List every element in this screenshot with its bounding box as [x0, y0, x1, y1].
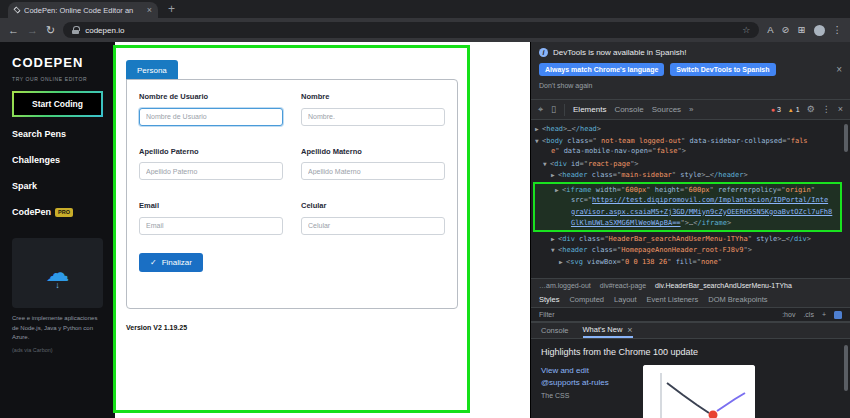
translate-icon[interactable]: A	[767, 25, 773, 35]
tab-event-listeners[interactable]: Event Listeners	[647, 295, 699, 304]
twisty-icon[interactable]: ▶	[555, 184, 562, 196]
tab-styles[interactable]: Styles	[539, 295, 559, 304]
devtools-menu-icon[interactable]: ⋮	[822, 105, 831, 114]
twisty-icon[interactable]: ▼	[543, 158, 550, 170]
twisty-icon[interactable]: ▶	[559, 256, 566, 268]
crumb-headerbar[interactable]: div.HeaderBar_searchAndUserMenu-1TYha	[655, 282, 792, 289]
codepen-favicon-icon	[13, 6, 20, 13]
error-badge[interactable]: ● 3	[771, 106, 781, 113]
crumb-body[interactable]: …am.logged-out	[539, 282, 591, 289]
toggle-cls-button[interactable]: .cls	[803, 311, 814, 318]
tab-sources[interactable]: Sources	[652, 105, 681, 114]
code-line[interactable]: ▼<body class=" not-team logged-out" data…	[531, 135, 850, 147]
elements-scrollbar[interactable]	[844, 124, 848, 152]
celular-input[interactable]	[301, 217, 445, 235]
twisty-icon[interactable]: ▶	[535, 123, 542, 135]
code-line[interactable]: graVisor.aspx.csaiaM5+Zj3GD/MMiyn9cZyOEE…	[535, 207, 840, 219]
warning-badge[interactable]: ▲ 1	[788, 106, 800, 113]
browser-tab[interactable]: CodePen: Online Code Editor an ×	[8, 2, 158, 18]
azure-ad[interactable]: ☁ ↓	[12, 238, 103, 308]
sidebar-item-challenges[interactable]: Challenges	[0, 147, 115, 173]
forward-icon[interactable]: →	[27, 25, 38, 36]
new-style-rule-icon[interactable]: +	[822, 311, 826, 318]
sidebar-item-search-pens[interactable]: Search Pens	[0, 121, 115, 147]
drawer-scrollbar[interactable]	[844, 345, 848, 391]
lock-icon[interactable]	[72, 26, 79, 34]
tab-close-icon[interactable]: ×	[147, 6, 152, 15]
address-bar[interactable]: codepen.io ☆	[63, 22, 759, 38]
inspect-element-icon[interactable]: ⌖	[538, 105, 543, 114]
code-line[interactable]: ▶<header class="main-sidebar" style>…</h…	[531, 169, 850, 181]
match-language-button[interactable]: Always match Chrome's language	[539, 63, 664, 76]
code-line[interactable]: e" data-mobile-nav-open="false">	[531, 146, 850, 158]
more-tabs-icon[interactable]: »	[689, 105, 693, 114]
devtools-close-icon[interactable]: ×	[838, 105, 843, 114]
browser-menu-icon[interactable]: ⋮	[833, 25, 843, 35]
field-celular: Celular	[301, 201, 445, 235]
eye-off-icon[interactable]: ⊘	[782, 25, 790, 35]
sidebar-item-codepen-pro[interactable]: CodePen PRO	[0, 199, 115, 225]
whats-new-close-icon[interactable]: ×	[627, 325, 632, 335]
infobar-close-icon[interactable]: ×	[836, 64, 842, 75]
tab-elements[interactable]: Elements	[573, 105, 606, 114]
new-tab-button[interactable]: +	[168, 2, 175, 16]
whats-new-item-desc: The CSS	[541, 392, 629, 399]
field-apellido-materno: Apellido Materno	[301, 147, 445, 181]
ad-attribution[interactable]: (ads via Carbon)	[12, 347, 103, 353]
elements-tree[interactable]: ▶<head>…</head>▼<body class=" not-team l…	[531, 120, 850, 278]
start-coding-button[interactable]: Start Coding	[12, 91, 103, 117]
tab-layout[interactable]: Layout	[614, 295, 637, 304]
tab-dom-breakpoints[interactable]: DOM Breakpoints	[708, 295, 767, 304]
codepen-page: CODEPEN TRY OUR ONLINE EDITOR Start Codi…	[0, 42, 530, 418]
code-line[interactable]: GlKlmUWLaSXMG6MlWeoWApBA==">…</iframe>	[535, 218, 840, 230]
dont-show-again-link[interactable]: Don't show again	[539, 82, 842, 89]
whats-new-item-link[interactable]: View and edit @supports at-rules	[541, 365, 629, 388]
drawer-tab-whats-new[interactable]: What's New ×	[583, 323, 633, 338]
twisty-icon[interactable]: ▼	[535, 135, 542, 147]
apellido-materno-input[interactable]	[301, 162, 445, 180]
styles-filter-input[interactable]	[539, 311, 774, 318]
nombre-input[interactable]	[301, 108, 445, 126]
field-label: Apellido Paterno	[139, 147, 283, 156]
code-line[interactable]: ▼<div id="react-page">	[531, 158, 850, 170]
code-line[interactable]: ▶<div class="HeaderBar_searchAndUserMenu…	[531, 233, 850, 245]
codepen-pro-label: CodePen	[12, 207, 51, 217]
apellido-paterno-input[interactable]	[139, 162, 283, 180]
drawer-tab-console[interactable]: Console	[541, 323, 569, 338]
devtools-tabbar: ⌖ ▯ Elements Console Sources » ● 3 ▲ 1 ⚙	[531, 100, 850, 120]
device-toolbar-icon[interactable]: ▯	[551, 105, 556, 114]
whats-new-thumbnail[interactable]	[643, 365, 755, 418]
sidebar-item-spark[interactable]: Spark	[0, 173, 115, 199]
twisty-icon[interactable]: ▼	[551, 244, 558, 256]
field-label: Email	[139, 201, 283, 210]
reload-icon[interactable]: ↻	[46, 25, 55, 36]
code-line[interactable]: ▼<header class="HomepageAnonHeader_root-…	[531, 244, 850, 256]
twisty-icon[interactable]: ▶	[551, 169, 558, 181]
tab-persona[interactable]: Persona	[126, 60, 178, 80]
tab-console[interactable]: Console	[614, 105, 643, 114]
code-line[interactable]: ▶<svg viewBox="0 0 138 26" fill="none"	[531, 256, 850, 268]
crumb-react-page[interactable]: div#react-page	[600, 282, 646, 289]
code-line[interactable]: ▶<head>…</head>	[531, 123, 850, 135]
email-input[interactable]	[139, 217, 283, 235]
ad-text[interactable]: Cree e implemente aplicaciones de Node.j…	[12, 314, 103, 343]
bookmark-star-icon[interactable]: ☆	[742, 25, 750, 35]
extensions-icon[interactable]: ⊞	[798, 25, 806, 35]
codepen-logo[interactable]: CODEPEN	[0, 42, 115, 70]
nombre-usuario-input[interactable]	[139, 108, 283, 126]
twisty-icon[interactable]: ▶	[551, 233, 558, 245]
switch-spanish-button[interactable]: Switch DevTools to Spanish	[670, 63, 775, 76]
url-text[interactable]: codepen.io	[85, 26, 124, 35]
back-icon[interactable]: ←	[8, 25, 19, 36]
layout-grid-icon[interactable]	[834, 311, 842, 319]
toolbar-actions: A ⊘ ⊞ ⋮	[767, 25, 842, 36]
form-grid: Nombre de Usuario Nombre Apellido Patern…	[139, 92, 445, 235]
toggle-hov-button[interactable]: :hov	[782, 311, 795, 318]
finalizar-button[interactable]: ✓ Finalizar	[139, 253, 203, 272]
code-line[interactable]: ▶<iframe width="600px" height="600px" re…	[535, 184, 840, 196]
finalizar-label: Finalizar	[162, 258, 192, 267]
code-line[interactable]: src="https://test.digipromovil.com/Impla…	[535, 195, 840, 207]
settings-gear-icon[interactable]: ⚙	[807, 105, 815, 114]
tab-computed[interactable]: Computed	[569, 295, 604, 304]
profile-avatar[interactable]	[814, 25, 825, 36]
